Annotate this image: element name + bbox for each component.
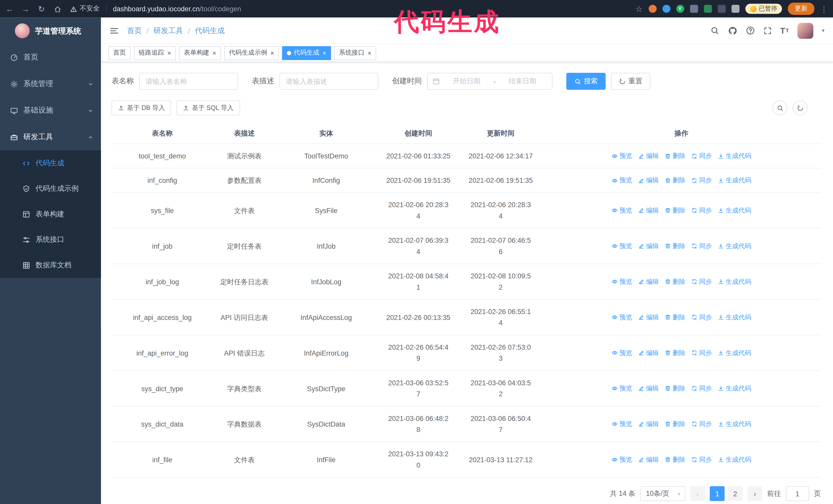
browser-home-icon[interactable] (53, 4, 62, 13)
action-download-link[interactable]: 生成代码 (718, 205, 751, 216)
action-trash-link[interactable]: 删除 (665, 276, 685, 287)
tab-表单构建[interactable]: 表单构建× (179, 46, 221, 60)
action-trash-link[interactable]: 删除 (665, 418, 685, 430)
page-button-2[interactable]: 2 (728, 486, 743, 501)
goto-page-input[interactable] (786, 486, 809, 501)
sidebar-item-gear[interactable]: 系统管理 (0, 71, 101, 97)
security-indicator[interactable]: 不安全 (70, 4, 100, 13)
action-sync-link[interactable]: 同步 (691, 175, 712, 186)
avatar[interactable] (798, 23, 813, 39)
action-eye-link[interactable]: 预览 (612, 347, 632, 359)
action-edit-link[interactable]: 编辑 (638, 312, 659, 323)
action-eye-link[interactable]: 预览 (612, 418, 632, 430)
action-eye-link[interactable]: 预览 (612, 276, 632, 287)
tab-首页[interactable]: 首页 (109, 46, 131, 60)
sidebar-item-form[interactable]: 表单构建 (0, 201, 101, 227)
action-trash-link[interactable]: 删除 (665, 454, 685, 465)
font-size-icon[interactable] (780, 26, 789, 35)
github-icon[interactable] (728, 26, 737, 35)
puzzle-extension-icon[interactable] (731, 5, 739, 13)
fullscreen-icon[interactable] (763, 26, 772, 35)
action-edit-link[interactable]: 编辑 (638, 240, 659, 252)
action-edit-link[interactable]: 编辑 (638, 150, 659, 162)
date-range-picker[interactable]: 开始日期 - 结束日期 (427, 73, 552, 90)
prev-page-button[interactable]: ‹ (690, 486, 705, 501)
action-trash-link[interactable]: 删除 (665, 347, 685, 359)
action-sync-link[interactable]: 同步 (691, 150, 712, 162)
table-name-input[interactable] (139, 73, 238, 90)
extension-icon[interactable] (648, 5, 657, 13)
page-size-select[interactable]: 10条/页 ▾ (640, 486, 685, 501)
action-eye-link[interactable]: 预览 (612, 240, 632, 252)
close-icon[interactable]: × (367, 49, 372, 57)
action-download-link[interactable]: 生成代码 (718, 240, 751, 252)
breadcrumb-item[interactable]: 研发工具 (153, 26, 183, 35)
extension-icon[interactable] (676, 5, 684, 13)
action-sync-link[interactable]: 同步 (691, 418, 712, 430)
page-button-1[interactable]: 1 (710, 486, 724, 501)
action-eye-link[interactable]: 预览 (612, 205, 632, 216)
action-download-link[interactable]: 生成代码 (718, 454, 751, 465)
action-trash-link[interactable]: 删除 (665, 205, 685, 216)
tab-链路追踪[interactable]: 链路追踪× (134, 46, 176, 60)
tab-代码生成[interactable]: 代码生成× (282, 46, 331, 60)
browser-back-icon[interactable]: ← (5, 4, 14, 13)
action-sync-link[interactable]: 同步 (691, 312, 712, 323)
action-sync-link[interactable]: 同步 (691, 454, 712, 465)
browser-forward-icon[interactable]: → (21, 4, 30, 13)
action-trash-link[interactable]: 删除 (665, 150, 685, 162)
extension-icon[interactable] (662, 5, 670, 13)
action-sync-link[interactable]: 同步 (691, 383, 712, 394)
next-page-button[interactable]: › (747, 486, 762, 501)
action-download-link[interactable]: 生成代码 (718, 276, 751, 287)
sidebar-item-monitor[interactable]: 基础设施 (0, 97, 101, 124)
help-icon[interactable] (745, 26, 755, 35)
sidebar-item-home[interactable]: 首页 (0, 44, 101, 71)
search-button[interactable]: 搜索 (566, 73, 605, 90)
address-bar[interactable]: dashboard.yudao.iocoder.cn/tool/codegen (113, 5, 635, 13)
action-trash-link[interactable]: 删除 (665, 240, 685, 252)
import-db-button[interactable]: 基于 DB 导入 (112, 100, 171, 115)
tab-代码生成示例[interactable]: 代码生成示例× (224, 46, 279, 60)
action-trash-link[interactable]: 删除 (665, 175, 685, 186)
action-download-link[interactable]: 生成代码 (718, 418, 751, 430)
action-edit-link[interactable]: 编辑 (638, 383, 659, 394)
action-eye-link[interactable]: 预览 (612, 150, 632, 162)
caret-down-icon[interactable]: ▾ (822, 28, 824, 33)
action-edit-link[interactable]: 编辑 (638, 175, 659, 186)
action-download-link[interactable]: 生成代码 (718, 383, 751, 394)
tab-系统接口[interactable]: 系统接口× (334, 46, 376, 60)
action-edit-link[interactable]: 编辑 (638, 454, 659, 465)
action-edit-link[interactable]: 编辑 (638, 347, 659, 359)
action-sync-link[interactable]: 同步 (691, 347, 712, 359)
sidebar-item-tools[interactable]: 研发工具 (0, 124, 101, 150)
action-download-link[interactable]: 生成代码 (718, 312, 751, 323)
close-icon[interactable]: × (213, 49, 216, 57)
table-desc-input[interactable] (279, 73, 378, 90)
action-eye-link[interactable]: 预览 (612, 454, 632, 465)
action-eye-link[interactable]: 预览 (612, 383, 632, 394)
breadcrumb-item[interactable]: 首页 (127, 26, 142, 35)
extension-icon[interactable] (704, 5, 712, 13)
close-icon[interactable]: × (270, 49, 274, 57)
action-sync-link[interactable]: 同步 (691, 240, 712, 252)
close-icon[interactable]: × (323, 49, 326, 57)
refresh-button[interactable] (792, 100, 807, 115)
action-sync-link[interactable]: 同步 (691, 276, 712, 287)
sidebar-item-shield[interactable]: 代码生成示例 (0, 176, 101, 201)
extension-icon[interactable] (690, 5, 698, 13)
paused-badge[interactable]: 已暂停 (745, 4, 782, 14)
action-sync-link[interactable]: 同步 (691, 205, 712, 216)
sidebar-item-sliders[interactable]: 系统接口 (0, 227, 101, 252)
action-download-link[interactable]: 生成代码 (718, 175, 751, 186)
action-trash-link[interactable]: 删除 (665, 383, 685, 394)
action-edit-link[interactable]: 编辑 (638, 276, 659, 287)
action-edit-link[interactable]: 编辑 (638, 205, 659, 216)
action-download-link[interactable]: 生成代码 (718, 150, 751, 162)
action-edit-link[interactable]: 编辑 (638, 418, 659, 430)
extension-icon[interactable] (717, 5, 725, 13)
browser-reload-icon[interactable]: ↻ (37, 4, 46, 14)
breadcrumb-item[interactable]: 代码生成 (195, 26, 224, 35)
hamburger-icon[interactable] (110, 26, 119, 35)
action-trash-link[interactable]: 删除 (665, 312, 685, 323)
